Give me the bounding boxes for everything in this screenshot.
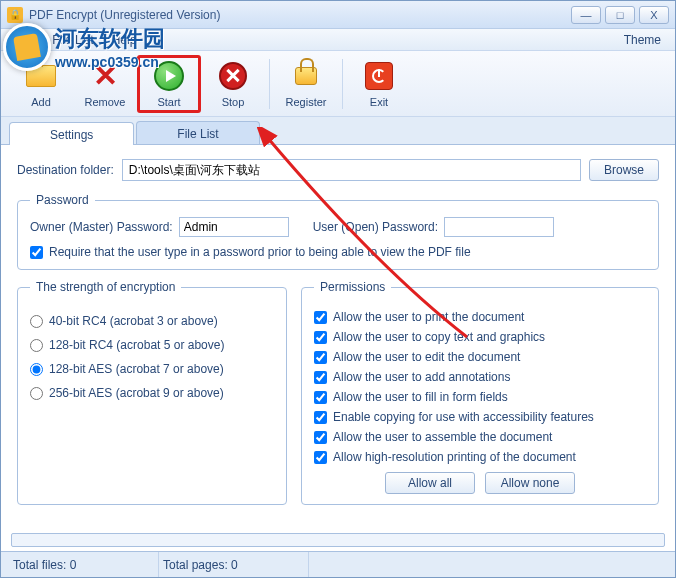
require-password-checkbox[interactable] (30, 246, 43, 259)
permissions-legend: Permissions (314, 280, 391, 294)
status-total-pages: Total pages: 0 (159, 552, 309, 577)
menu-theme[interactable]: Theme (616, 31, 669, 49)
progress-bar (11, 533, 665, 547)
user-password-label: User (Open) Password: (313, 220, 438, 234)
lock-icon (290, 60, 322, 92)
allow-none-button[interactable]: Allow none (485, 472, 575, 494)
settings-panel: Destination folder: Browse Password Owne… (1, 145, 675, 541)
play-icon (153, 60, 185, 92)
destination-row: Destination folder: Browse (17, 159, 659, 181)
permissions-fieldset: Permissions Allow the user to print the … (301, 280, 659, 505)
exit-button[interactable]: Exit (347, 55, 411, 113)
app-window: PDF Encrypt (Unregistered Version) — □ X… (0, 0, 676, 578)
folder-icon (25, 60, 57, 92)
password-legend: Password (30, 193, 95, 207)
titlebar: PDF Encrypt (Unregistered Version) — □ X (1, 1, 675, 29)
window-controls: — □ X (571, 6, 669, 24)
stop-icon (217, 60, 249, 92)
perm-highres-checkbox[interactable] (314, 451, 327, 464)
stop-button[interactable]: Stop (201, 55, 265, 113)
remove-button[interactable]: ✕ Remove (73, 55, 137, 113)
perm-assemble-checkbox[interactable] (314, 431, 327, 444)
owner-password-label: Owner (Master) Password: (30, 220, 173, 234)
destination-input[interactable] (122, 159, 581, 181)
tab-file-list[interactable]: File List (136, 121, 259, 144)
enc-128-aes-radio[interactable] (30, 363, 43, 376)
app-icon (7, 7, 23, 23)
perm-form-checkbox[interactable] (314, 391, 327, 404)
destination-label: Destination folder: (17, 163, 114, 177)
maximize-button[interactable]: □ (605, 6, 635, 24)
power-icon (363, 60, 395, 92)
menubar: File File List Help Theme (1, 29, 675, 51)
separator (269, 59, 270, 109)
close-button[interactable]: X (639, 6, 669, 24)
tab-settings[interactable]: Settings (9, 122, 134, 145)
perm-edit-checkbox[interactable] (314, 351, 327, 364)
window-title: PDF Encrypt (Unregistered Version) (29, 8, 571, 22)
user-password-input[interactable] (444, 217, 554, 237)
perm-print-checkbox[interactable] (314, 311, 327, 324)
encryption-fieldset: The strength of encryption 40-bit RC4 (a… (17, 280, 287, 505)
enc-128-rc4-radio[interactable] (30, 339, 43, 352)
start-button[interactable]: Start (137, 55, 201, 113)
register-button[interactable]: Register (274, 55, 338, 113)
tabs: Settings File List (1, 117, 675, 145)
menu-file[interactable]: File (7, 31, 42, 49)
statusbar: Total files: 0 Total pages: 0 (1, 551, 675, 577)
enc-256-aes-radio[interactable] (30, 387, 43, 400)
add-button[interactable]: Add (9, 55, 73, 113)
perm-copy-checkbox[interactable] (314, 331, 327, 344)
browse-button[interactable]: Browse (589, 159, 659, 181)
encryption-legend: The strength of encryption (30, 280, 181, 294)
allow-all-button[interactable]: Allow all (385, 472, 475, 494)
require-password-label: Require that the user type in a password… (49, 245, 471, 259)
password-fieldset: Password Owner (Master) Password: User (… (17, 193, 659, 270)
perm-annotate-checkbox[interactable] (314, 371, 327, 384)
menu-help[interactable]: Help (104, 31, 145, 49)
menu-file-list[interactable]: File List (44, 31, 101, 49)
toolbar: Add ✕ Remove Start Stop Register Exit (1, 51, 675, 117)
perm-accessibility-checkbox[interactable] (314, 411, 327, 424)
minimize-button[interactable]: — (571, 6, 601, 24)
owner-password-input[interactable] (179, 217, 289, 237)
enc-40-rc4-radio[interactable] (30, 315, 43, 328)
separator (342, 59, 343, 109)
status-total-files: Total files: 0 (9, 552, 159, 577)
x-icon: ✕ (89, 60, 121, 92)
